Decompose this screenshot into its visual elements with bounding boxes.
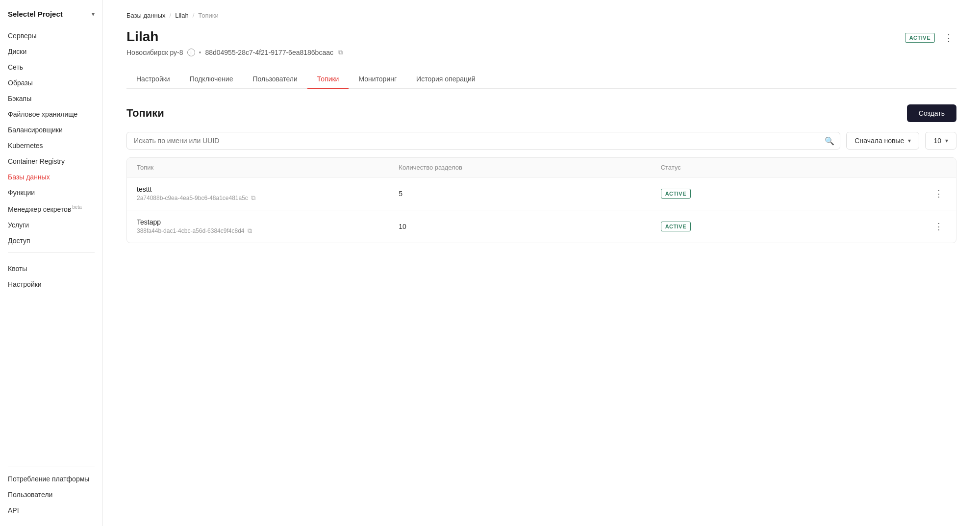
- row2-name: Testapp: [137, 218, 399, 226]
- row1-more-button[interactable]: ⋮: [931, 187, 946, 200]
- sidebar-item-databases[interactable]: Базы данных: [0, 169, 102, 185]
- row1-uuid: 2a74088b-c9ea-4ea5-9bc6-48a1ce481a5c ⧉: [137, 194, 399, 202]
- row2-partitions: 10: [399, 223, 660, 230]
- project-selector[interactable]: Selectel Project ▾: [0, 8, 102, 28]
- project-title: Selectel Project: [8, 10, 63, 18]
- tab-settings[interactable]: Настройки: [126, 70, 180, 89]
- sidebar-item-servers[interactable]: Серверы: [0, 28, 102, 44]
- sort-chevron-icon: ▾: [908, 137, 911, 144]
- col-actions: [923, 164, 946, 171]
- row2-status-cell: ACTIVE: [661, 222, 923, 231]
- breadcrumb: Базы данных / Lilah / Топики: [126, 12, 956, 19]
- sidebar-divider: [8, 252, 95, 253]
- breadcrumb-sep-1: /: [170, 12, 172, 19]
- more-actions-button[interactable]: ⋮: [941, 31, 956, 45]
- search-input[interactable]: [126, 132, 840, 150]
- tab-history[interactable]: История операций: [406, 70, 485, 89]
- sidebar-footer-divider: [8, 467, 95, 467]
- sidebar-nav: Серверы Диски Сеть Образы Бэкапы Файлово…: [0, 28, 102, 463]
- region-label: Новосибирск ру-8: [126, 49, 183, 56]
- sidebar-item-balancers[interactable]: Балансировщики: [0, 122, 102, 138]
- secrets-beta-label: beta: [72, 204, 81, 210]
- table-header: Топик Количество разделов Статус: [127, 158, 956, 177]
- tab-connection[interactable]: Подключение: [180, 70, 243, 89]
- tab-users[interactable]: Пользователи: [243, 70, 307, 89]
- sidebar-item-file-storage[interactable]: Файловое хранилище: [0, 106, 102, 122]
- row2-uuid: 388fa44b-dac1-4cbc-a56d-6384c9f4c8d4 ⧉: [137, 227, 399, 235]
- breadcrumb-topics: Топики: [198, 12, 218, 19]
- tabs: Настройки Подключение Пользователи Топик…: [126, 70, 956, 89]
- row2-copy-uuid-icon[interactable]: ⧉: [248, 227, 252, 235]
- tab-topics[interactable]: Топики: [307, 70, 349, 89]
- breadcrumb-databases[interactable]: Базы данных: [126, 12, 166, 19]
- page-header-actions: ACTIVE ⋮: [905, 29, 956, 45]
- tab-monitoring[interactable]: Мониторинг: [349, 70, 406, 89]
- content-title: Топики: [126, 107, 164, 120]
- page-subtitle: Новосибирск ру-8 i • 88d04955-28c7-4f21-…: [126, 49, 956, 56]
- row1-copy-uuid-icon[interactable]: ⧉: [251, 194, 255, 202]
- region-info-icon[interactable]: i: [187, 49, 195, 56]
- sort-label: Сначала новые: [854, 137, 904, 145]
- sidebar-item-disks[interactable]: Диски: [0, 44, 102, 59]
- row1-partitions: 5: [399, 190, 660, 198]
- sidebar-item-backups[interactable]: Бэкапы: [0, 91, 102, 106]
- data-table: Топик Количество разделов Статус testtt …: [126, 157, 956, 243]
- col-partitions: Количество разделов: [399, 164, 660, 171]
- content-header: Топики Создать: [126, 104, 956, 122]
- row1-topic-cell: testtt 2a74088b-c9ea-4ea5-9bc6-48a1ce481…: [137, 185, 399, 202]
- sidebar-bottom: Квоты Настройки: [0, 257, 102, 292]
- row1-status-badge: ACTIVE: [661, 189, 691, 199]
- sidebar-item-settings[interactable]: Настройки: [0, 276, 102, 292]
- sidebar-item-secrets[interactable]: Менеджер секретовbeta: [0, 200, 102, 217]
- row1-name: testtt: [137, 185, 399, 193]
- sidebar-item-users[interactable]: Пользователи: [0, 487, 102, 502]
- sidebar-item-functions[interactable]: Функции: [0, 185, 102, 200]
- per-page-label: 10: [933, 137, 941, 145]
- sidebar-item-images[interactable]: Образы: [0, 75, 102, 91]
- sidebar-item-api[interactable]: API: [0, 502, 102, 518]
- project-chevron-icon: ▾: [92, 11, 95, 18]
- table-row: Testapp 388fa44b-dac1-4cbc-a56d-6384c9f4…: [127, 210, 956, 243]
- main-content: Базы данных / Lilah / Топики Lilah ACTIV…: [103, 0, 980, 526]
- sidebar-item-container-registry[interactable]: Container Registry: [0, 153, 102, 169]
- row1-status-cell: ACTIVE: [661, 189, 923, 199]
- table-row: testtt 2a74088b-c9ea-4ea5-9bc6-48a1ce481…: [127, 177, 956, 210]
- per-page-dropdown[interactable]: 10 ▾: [925, 132, 956, 150]
- row2-actions: ⋮: [923, 220, 946, 233]
- sidebar-item-platform-usage[interactable]: Потребление платформы: [0, 471, 102, 487]
- toolbar: 🔍 Сначала новые ▾ 10 ▾: [126, 132, 956, 150]
- col-topic: Топик: [137, 164, 399, 171]
- sidebar-item-quotas[interactable]: Квоты: [0, 261, 102, 276]
- row2-more-button[interactable]: ⋮: [931, 220, 946, 233]
- sort-dropdown[interactable]: Сначала новые ▾: [846, 132, 919, 150]
- create-button[interactable]: Создать: [907, 104, 956, 122]
- sidebar-footer: Потребление платформы Пользователи API: [0, 471, 102, 518]
- search-wrapper: 🔍: [126, 132, 840, 150]
- sidebar: Selectel Project ▾ Серверы Диски Сеть Об…: [0, 0, 103, 526]
- uuid-label: 88d04955-28c7-4f21-9177-6ea8186bcaac: [205, 49, 333, 56]
- page-title: Lilah: [126, 29, 158, 45]
- sidebar-item-services[interactable]: Услуги: [0, 217, 102, 233]
- page-header: Lilah ACTIVE ⋮: [126, 29, 956, 45]
- row2-topic-cell: Testapp 388fa44b-dac1-4cbc-a56d-6384c9f4…: [137, 218, 399, 235]
- row1-actions: ⋮: [923, 187, 946, 200]
- per-page-chevron-icon: ▾: [945, 137, 948, 144]
- copy-uuid-icon[interactable]: ⧉: [338, 49, 343, 56]
- sidebar-item-access[interactable]: Доступ: [0, 233, 102, 249]
- breadcrumb-lilah[interactable]: Lilah: [175, 12, 188, 19]
- status-badge: ACTIVE: [905, 33, 935, 43]
- breadcrumb-sep-2: /: [193, 12, 195, 19]
- sidebar-item-kubernetes[interactable]: Kubernetes: [0, 138, 102, 153]
- subtitle-dot: •: [199, 49, 201, 56]
- row2-status-badge: ACTIVE: [661, 222, 691, 231]
- col-status: Статус: [661, 164, 923, 171]
- sidebar-item-network[interactable]: Сеть: [0, 59, 102, 75]
